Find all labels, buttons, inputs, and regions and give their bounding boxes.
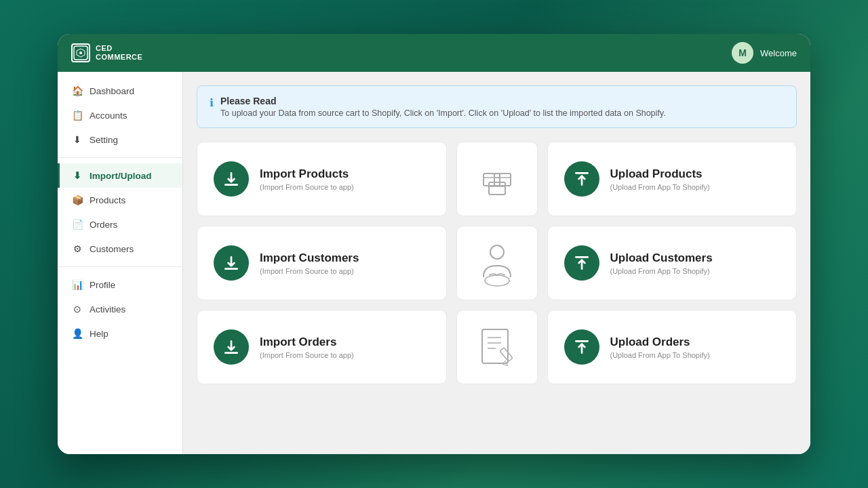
logo-icon: [71, 43, 90, 62]
sidebar-item-dashboard[interactable]: 🏠 Dashboard: [58, 79, 182, 103]
upload-orders-icon-circle: [564, 329, 599, 365]
svg-rect-2: [489, 182, 505, 195]
orders-image: [456, 310, 538, 384]
sidebar-item-import-upload[interactable]: ⬇ Import/Upload: [58, 163, 182, 188]
download-orders-icon: [222, 338, 240, 356]
sidebar-label-help: Help: [90, 329, 108, 339]
sidebar-divider-2: [58, 266, 182, 267]
import-orders-text: Import Orders (Import From Source to app…: [260, 336, 354, 359]
sidebar-item-setting[interactable]: ⬇ Setting: [58, 127, 182, 152]
sidebar-label-products: Products: [90, 195, 125, 205]
import-customers-title: Import Customers: [260, 251, 359, 265]
import-customers-text: Import Customers (Import From Source to …: [260, 251, 359, 275]
orders-icon: 📄: [72, 219, 83, 230]
orders-svg: [470, 320, 524, 374]
products-image: [456, 142, 538, 216]
activities-icon: ⊙: [72, 304, 83, 314]
customers-icon: ⚙: [72, 243, 83, 254]
upload-orders-icon: [573, 338, 591, 356]
download-icon: [222, 170, 240, 188]
upload-customers-icon-circle: [564, 245, 599, 281]
cards-grid: Import Products (Import From Source to a…: [197, 142, 797, 384]
import-orders-title: Import Orders: [260, 336, 354, 349]
logo: CED COMMERCE: [71, 43, 142, 62]
import-orders-subtitle: (Import From Source to app): [260, 351, 354, 359]
main-content: ℹ Please Read To upload your Data from s…: [183, 72, 810, 454]
alert-content: Please Read To upload your Data from sou…: [220, 96, 666, 118]
sidebar-label-activities: Activities: [90, 304, 125, 314]
import-products-text: Import Products (Import From Source to a…: [260, 167, 354, 191]
upload-products-card[interactable]: Upload Products (Upload From App To Shop…: [547, 142, 797, 216]
upload-customers-subtitle: (Upload From App To Shopify): [610, 267, 713, 275]
download-customers-icon: [222, 254, 240, 272]
sidebar-label-accounts: Accounts: [90, 110, 127, 121]
home-icon: 🏠: [72, 85, 83, 96]
import-products-subtitle: (Import From Source to app): [260, 183, 354, 191]
import-customers-card[interactable]: Import Customers (Import From Source to …: [197, 226, 447, 300]
welcome-text: Welcome: [760, 48, 797, 58]
header-right: M Welcome: [732, 42, 797, 64]
import-orders-card[interactable]: Import Orders (Import From Source to app…: [197, 310, 447, 384]
upload-products-text: Upload Products (Upload From App To Shop…: [610, 167, 710, 191]
info-icon: ℹ: [210, 96, 214, 109]
import-products-card[interactable]: Import Products (Import From Source to a…: [197, 142, 447, 216]
setting-icon: ⬇: [72, 134, 83, 145]
sidebar-item-activities[interactable]: ⊙ Activities: [58, 297, 182, 321]
sidebar-label-import-upload: Import/Upload: [90, 171, 152, 181]
svg-rect-10: [482, 329, 508, 363]
sidebar: 🏠 Dashboard 📋 Accounts ⬇ Setting ⬇ Impor…: [58, 72, 183, 454]
upload-orders-title: Upload Orders: [610, 336, 710, 349]
alert-banner: ℹ Please Read To upload your Data from s…: [197, 85, 797, 128]
alert-title: Please Read: [220, 96, 666, 106]
sidebar-label-profile: Profile: [90, 280, 115, 290]
body: 🏠 Dashboard 📋 Accounts ⬇ Setting ⬇ Impor…: [58, 72, 810, 454]
sidebar-label-orders: Orders: [90, 220, 117, 230]
import-products-icon-circle: [214, 161, 249, 197]
customers-image: [456, 226, 538, 300]
sidebar-item-products[interactable]: 📦 Products: [58, 188, 182, 212]
sidebar-label-customers: Customers: [90, 244, 134, 254]
sidebar-label-dashboard: Dashboard: [90, 86, 134, 96]
import-orders-icon-circle: [214, 329, 249, 365]
upload-customers-card[interactable]: Upload Customers (Upload From App To Sho…: [547, 226, 797, 300]
svg-rect-14: [500, 348, 513, 361]
logo-text: CED COMMERCE: [96, 44, 142, 62]
sidebar-divider-1: [58, 157, 182, 158]
svg-rect-4: [494, 174, 511, 186]
svg-point-1: [79, 52, 82, 54]
svg-rect-3: [484, 174, 500, 186]
upload-orders-card[interactable]: Upload Orders (Upload From App To Shopif…: [547, 310, 797, 384]
help-icon: 👤: [72, 328, 83, 339]
upload-customers-icon: [573, 254, 591, 272]
sidebar-item-profile[interactable]: 📊 Profile: [58, 272, 182, 297]
sidebar-item-customers[interactable]: ⚙ Customers: [58, 237, 182, 261]
accounts-icon: 📋: [72, 110, 83, 121]
svg-point-8: [490, 245, 504, 259]
upload-icon: [573, 170, 591, 188]
sidebar-item-help[interactable]: 👤 Help: [58, 321, 182, 346]
alert-text: To upload your Data from source cart to …: [220, 108, 666, 118]
import-products-title: Import Products: [260, 167, 354, 181]
upload-products-icon-circle: [564, 161, 599, 197]
import-customers-icon-circle: [214, 245, 249, 281]
products-svg: [470, 152, 524, 206]
upload-products-subtitle: (Upload From App To Shopify): [610, 183, 710, 191]
sidebar-label-setting: Setting: [90, 135, 118, 145]
profile-icon: 📊: [72, 279, 83, 290]
sidebar-item-accounts[interactable]: 📋 Accounts: [58, 103, 182, 127]
upload-products-title: Upload Products: [610, 167, 710, 181]
avatar: M: [732, 42, 753, 64]
import-upload-icon: ⬇: [72, 170, 83, 181]
header: CED COMMERCE M Welcome: [58, 34, 810, 72]
app-window: CED COMMERCE M Welcome 🏠 Dashboard 📋 Acc…: [58, 34, 810, 454]
upload-orders-subtitle: (Upload From App To Shopify): [610, 351, 710, 359]
upload-customers-title: Upload Customers: [610, 251, 713, 265]
svg-point-9: [485, 275, 509, 286]
upload-orders-text: Upload Orders (Upload From App To Shopif…: [610, 336, 710, 359]
sidebar-item-orders[interactable]: 📄 Orders: [58, 212, 182, 237]
products-icon: 📦: [72, 195, 83, 205]
import-customers-subtitle: (Import From Source to app): [260, 267, 359, 275]
customers-svg: [470, 236, 524, 290]
upload-customers-text: Upload Customers (Upload From App To Sho…: [610, 251, 713, 275]
